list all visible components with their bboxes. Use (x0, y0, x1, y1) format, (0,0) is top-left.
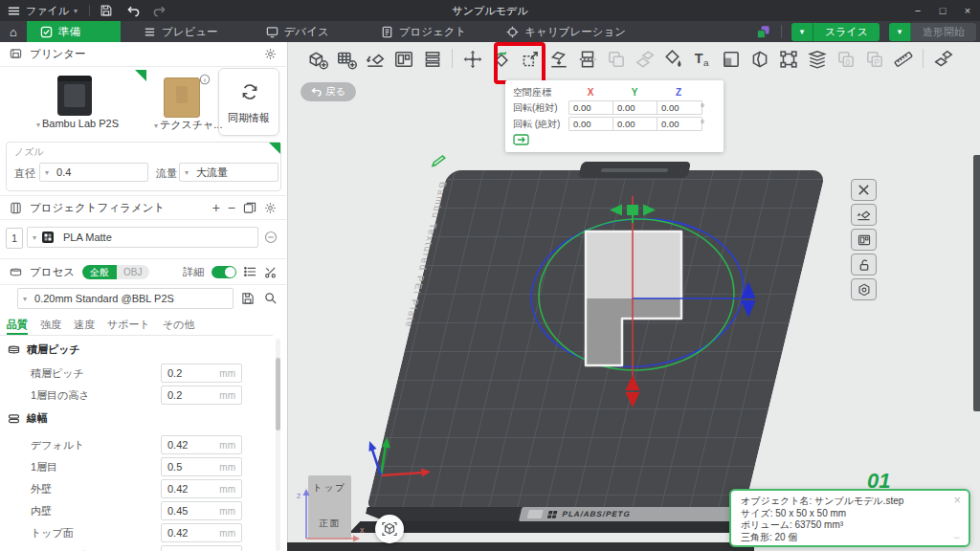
delete-plate-icon[interactable] (851, 179, 877, 201)
rotate-gizmo-red-handle[interactable] (626, 375, 640, 408)
cut-icon[interactable] (574, 46, 600, 72)
support-paint-icon[interactable] (775, 46, 801, 72)
nozzle-flow-select[interactable]: ▾ (179, 163, 278, 182)
compare-preset-icon[interactable] (264, 266, 277, 278)
plate-settings-icon[interactable] (851, 278, 877, 300)
rotate-relative-x-input[interactable] (568, 100, 614, 115)
plate-type-dropdown[interactable]: ▾テクスチャ... (149, 118, 214, 132)
split-to-objects-icon[interactable] (419, 46, 445, 72)
tab-preview[interactable]: プレビュー (130, 21, 232, 42)
tab-quality[interactable]: 品質 (7, 318, 28, 335)
add-filament-button[interactable]: + (212, 200, 220, 215)
save-icon[interactable] (100, 4, 113, 17)
sync-info-button[interactable]: 同期情報 (218, 68, 279, 136)
filament-settings-gear-icon[interactable] (264, 202, 277, 214)
detail-toggle[interactable] (212, 266, 236, 278)
back-button[interactable]: 戻る (301, 82, 356, 101)
nozzle-diameter-select[interactable]: ▾ (39, 163, 148, 182)
tilt-plates-icon[interactable] (632, 46, 657, 72)
tab-prepare[interactable]: 準備 (27, 21, 121, 42)
filament-slot-number[interactable]: 1 (6, 228, 23, 249)
print-dropdown[interactable]: ▾ (889, 23, 911, 41)
add-plate-icon[interactable] (333, 46, 359, 72)
measure-icon[interactable] (890, 46, 916, 72)
clone-letter-icon[interactable]: P (861, 46, 887, 72)
printer-settings-gear-icon[interactable] (264, 48, 277, 60)
first-layer-line-width-input[interactable]: mm (161, 457, 242, 476)
top-surface-line-width-input[interactable]: mm (161, 523, 242, 542)
layer-height-input[interactable]: mm (161, 364, 242, 383)
plate-type-card[interactable]: ▾テクスチャ... (149, 70, 214, 137)
first-layer-height-input[interactable]: mm (161, 386, 242, 405)
tab-strength[interactable]: 強度 (40, 318, 61, 335)
file-menu[interactable]: ファイル (26, 4, 69, 18)
home-icon[interactable]: ⌂ (0, 25, 27, 39)
outer-wall-line-width-input[interactable]: mm (161, 479, 242, 498)
plate-info-icon[interactable] (199, 74, 211, 85)
tab-support[interactable]: サポート (107, 318, 150, 335)
clone-number-icon[interactable]: 0 (833, 46, 858, 72)
add-model-icon[interactable] (304, 46, 330, 72)
scale-icon[interactable] (517, 46, 543, 72)
sidebar-scrollbar-track[interactable] (276, 339, 280, 551)
reset-rotation-icon[interactable] (513, 134, 529, 145)
maximize-button[interactable]: □ (930, 0, 955, 21)
parameter-list-icon[interactable] (244, 266, 256, 277)
printer-name-dropdown[interactable]: ▾Bambu Lab P2S (4, 118, 146, 129)
color-paint-icon[interactable] (660, 46, 686, 72)
process-preset-select[interactable]: ▾ (17, 288, 234, 309)
orient-plate-icon[interactable] (851, 204, 877, 226)
filament-sync-list-icon[interactable] (243, 202, 256, 214)
minimize-button[interactable]: − (905, 0, 930, 21)
sparse-infill-line-width-input[interactable]: mm (161, 545, 242, 551)
assembly-icon[interactable] (930, 46, 956, 72)
camera-view-button[interactable] (375, 515, 404, 543)
rotate-absolute-y-input[interactable] (612, 117, 658, 131)
viewport-3d[interactable]: Bambu Textured PEI Plate PLA/ABS/PETG \\… (287, 42, 980, 551)
text-tool-icon[interactable]: Ta (689, 46, 715, 72)
file-menu-chevron-icon[interactable]: ▾ (69, 7, 79, 15)
save-preset-icon[interactable] (241, 292, 255, 305)
info-minimize-icon[interactable]: − (953, 532, 960, 544)
tab-device[interactable]: デバイス (253, 21, 343, 42)
slice-button[interactable]: スライス (813, 23, 880, 41)
lay-on-face-icon[interactable] (546, 46, 571, 72)
undo-icon[interactable] (126, 5, 141, 17)
rotate-relative-z-input[interactable] (657, 100, 702, 115)
mesh-boolean-icon[interactable] (746, 46, 772, 72)
filament-remove-circle-icon[interactable] (264, 231, 278, 244)
rotate-absolute-z-input[interactable] (657, 117, 702, 131)
clone-icon[interactable] (603, 46, 629, 72)
seam-paint-icon[interactable] (718, 46, 744, 72)
scope-global[interactable]: 全般 (82, 265, 117, 279)
tab-calibration[interactable]: キャリブレーション (493, 21, 639, 42)
rotate-absolute-x-input[interactable] (568, 117, 614, 131)
sidebar-scrollbar-thumb[interactable] (276, 358, 280, 430)
rotate-icon[interactable] (488, 46, 514, 72)
default-line-width-input[interactable]: mm (161, 435, 242, 454)
remove-filament-button[interactable]: − (228, 200, 235, 215)
inner-wall-line-width-input[interactable]: mm (161, 501, 242, 520)
arrange-plate-icon[interactable] (851, 229, 877, 251)
move-icon[interactable] (459, 46, 485, 72)
info-close-icon[interactable]: × (953, 495, 961, 507)
arrange-icon[interactable] (390, 46, 416, 72)
tab-others[interactable]: その他 (163, 318, 195, 335)
tab-speed[interactable]: 速度 (74, 318, 95, 335)
printer-card[interactable]: ▾Bambu Lab P2S (4, 70, 146, 137)
lock-plate-icon[interactable] (851, 253, 877, 276)
auto-orient-icon[interactable] (362, 46, 388, 72)
rotate-relative-y-input[interactable] (612, 100, 658, 115)
plate-selector-icon[interactable] (755, 24, 771, 40)
process-scope-switch[interactable]: 全般 OBJ (82, 265, 148, 279)
print-button[interactable]: 造形開始 (911, 23, 976, 41)
search-preset-icon[interactable] (264, 292, 278, 305)
slice-dropdown[interactable]: ▾ (791, 23, 813, 41)
close-button[interactable]: × (955, 0, 980, 21)
filament-select[interactable]: ▾ (27, 227, 258, 248)
variable-layer-height-icon[interactable] (804, 46, 830, 72)
tab-project[interactable]: プロジェクト (368, 21, 480, 42)
hamburger-menu-icon[interactable] (8, 5, 20, 17)
scope-objects[interactable]: OBJ (117, 265, 148, 279)
redo-icon[interactable] (152, 5, 167, 17)
